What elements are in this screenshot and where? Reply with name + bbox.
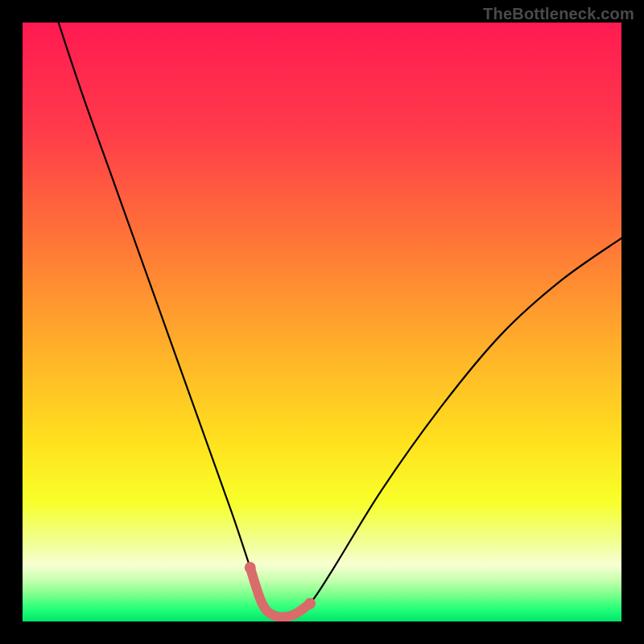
chart-frame: TheBottleneck.com bbox=[0, 0, 644, 644]
curve-layer bbox=[23, 23, 621, 621]
plot-area bbox=[23, 23, 621, 621]
bottleneck-curve bbox=[59, 23, 621, 617]
highlight-endpoint-right bbox=[304, 598, 316, 609]
optimal-range-highlight bbox=[250, 568, 310, 617]
highlight-endpoint-left bbox=[245, 562, 256, 573]
watermark-text: TheBottleneck.com bbox=[483, 5, 634, 23]
